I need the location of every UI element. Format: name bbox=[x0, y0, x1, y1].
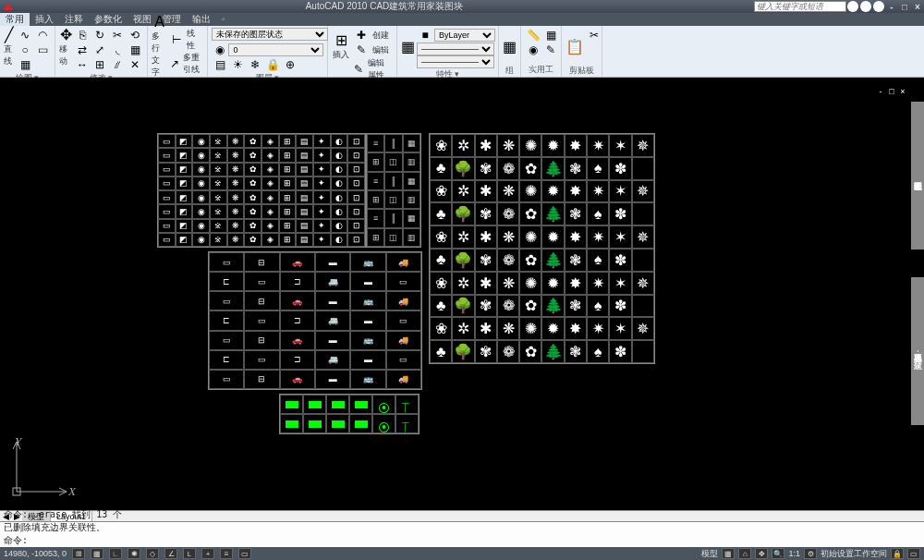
block-cell[interactable]: ⟙ bbox=[395, 414, 419, 433]
block-cell[interactable]: ♣ bbox=[430, 249, 452, 272]
snap-button[interactable]: ⊞ bbox=[72, 548, 85, 559]
block-cell[interactable]: ⊟ bbox=[244, 331, 279, 350]
block-cell[interactable]: ◉ bbox=[192, 190, 210, 204]
block-cell[interactable]: ✿ bbox=[519, 157, 541, 180]
doc-minimize-button[interactable]: - bbox=[876, 87, 885, 96]
block-cell[interactable]: ⊞ bbox=[367, 228, 384, 247]
color-select[interactable]: ByLayer bbox=[434, 29, 495, 42]
block-cell[interactable]: ♠ bbox=[587, 249, 609, 272]
block-cell[interactable]: ❋ bbox=[227, 134, 245, 148]
block-cell[interactable]: ◐ bbox=[331, 190, 348, 204]
block-cell[interactable]: ⊞ bbox=[279, 219, 297, 233]
block-cell[interactable]: 🌲 bbox=[541, 202, 564, 225]
block-cell[interactable]: ✦ bbox=[313, 190, 331, 204]
doc-maximize-button[interactable]: □ bbox=[887, 87, 896, 96]
block-cell[interactable]: ✵ bbox=[632, 180, 654, 203]
block-cell[interactable]: ▤ bbox=[296, 148, 313, 162]
block-cell[interactable]: ✶ bbox=[609, 134, 631, 157]
block-cell[interactable]: ✿ bbox=[244, 177, 261, 190]
block-cell[interactable]: ✿ bbox=[519, 249, 541, 272]
dim-linear-icon[interactable]: ⊢ bbox=[169, 32, 184, 47]
block-cell[interactable]: ✸ bbox=[565, 317, 587, 340]
block-cell[interactable]: ❋ bbox=[497, 134, 519, 157]
block-cell[interactable]: ◐ bbox=[331, 204, 348, 218]
block-cell[interactable]: 🌳 bbox=[452, 249, 474, 272]
block-cell[interactable]: ※ bbox=[210, 204, 227, 218]
block-cell[interactable]: ❋ bbox=[227, 219, 245, 233]
block-cell[interactable]: ※ bbox=[210, 148, 227, 162]
block-cell[interactable]: ✺ bbox=[519, 317, 541, 340]
block-cell[interactable]: ▭ bbox=[386, 272, 421, 291]
block-cell[interactable]: ✷ bbox=[587, 272, 609, 295]
block-cell[interactable]: ⊡ bbox=[347, 219, 365, 233]
block-cell[interactable]: ✵ bbox=[632, 272, 654, 295]
copy-icon[interactable]: ⎘ bbox=[74, 28, 91, 43]
layer-select[interactable]: 0 bbox=[228, 43, 323, 56]
block-cell[interactable]: ❁ bbox=[497, 295, 519, 318]
block-cell[interactable]: ⊏ bbox=[209, 310, 244, 330]
block-cell[interactable]: ❁ bbox=[497, 249, 519, 272]
block-cell[interactable]: ▭ bbox=[158, 148, 176, 162]
block-cell[interactable]: ◈ bbox=[261, 134, 279, 148]
block-cell[interactable]: ♠ bbox=[587, 157, 609, 180]
sheet-set-panel[interactable]: 图纸集管理器 bbox=[911, 102, 924, 250]
block-cell[interactable]: ▭ bbox=[158, 163, 176, 177]
block-cell[interactable]: ✦ bbox=[313, 148, 331, 162]
block-cell[interactable]: ◩ bbox=[176, 134, 193, 148]
text-button[interactable]: A多行 文字 bbox=[152, 28, 167, 65]
block-cell[interactable]: ◩ bbox=[176, 163, 193, 177]
block-cell[interactable]: ⊡ bbox=[347, 204, 365, 218]
line-button[interactable]: ╱直线 bbox=[4, 28, 15, 65]
block-cell[interactable]: ✿ bbox=[244, 134, 261, 148]
mirror-icon[interactable]: ⇄ bbox=[74, 43, 91, 57]
block-cell[interactable]: ✦ bbox=[313, 163, 331, 177]
block-edit-icon[interactable]: ✎ bbox=[353, 43, 370, 57]
panel-util[interactable]: 实用工具 ▾ bbox=[525, 64, 557, 75]
block-cell[interactable]: 🚌 bbox=[350, 370, 385, 389]
block-cell[interactable]: ◩ bbox=[176, 177, 193, 190]
block-cell[interactable]: ✿ bbox=[244, 219, 261, 233]
block-cell[interactable]: ▭ bbox=[209, 370, 244, 389]
block-cell[interactable]: 🚚 bbox=[386, 252, 421, 272]
block-cell[interactable]: ◈ bbox=[261, 177, 279, 190]
block-cell[interactable]: ⟙ bbox=[395, 395, 419, 414]
tab-parametric[interactable]: 参数化 bbox=[89, 13, 128, 26]
block-cell[interactable]: ◐ bbox=[331, 233, 348, 247]
scale-icon[interactable]: ⤢ bbox=[91, 43, 108, 57]
block-cell[interactable]: ✹ bbox=[541, 317, 564, 340]
block-cell[interactable]: ✽ bbox=[609, 340, 631, 363]
block-cell[interactable]: ✶ bbox=[609, 180, 631, 203]
block-cell[interactable]: ✱ bbox=[475, 225, 497, 249]
block-cell[interactable]: ✽ bbox=[609, 249, 631, 272]
tab-insert[interactable]: 插入 bbox=[30, 13, 59, 26]
block-cell[interactable]: ◈ bbox=[261, 190, 279, 204]
block-cell[interactable]: ❁ bbox=[497, 157, 519, 180]
block-cell[interactable]: ✱ bbox=[475, 317, 497, 340]
block-cell[interactable]: ❋ bbox=[227, 233, 245, 247]
block-cell[interactable]: ▭ bbox=[158, 219, 176, 233]
block-cell[interactable]: ✺ bbox=[519, 134, 541, 157]
block-cell[interactable]: ▭ bbox=[158, 204, 176, 218]
block-cell[interactable] bbox=[349, 395, 372, 414]
block-cell[interactable]: ❋ bbox=[497, 272, 519, 295]
block-cell[interactable]: ⊡ bbox=[347, 134, 365, 148]
polar-button[interactable]: ✺ bbox=[128, 548, 140, 559]
block-cell[interactable]: ◐ bbox=[331, 219, 348, 233]
block-cell[interactable]: ❋ bbox=[497, 317, 519, 340]
block-cell[interactable]: ✿ bbox=[519, 295, 541, 318]
block-cell[interactable]: ❃ bbox=[565, 340, 587, 363]
block-cell[interactable]: ◫ bbox=[384, 152, 402, 171]
block-cell[interactable]: ✿ bbox=[519, 202, 541, 225]
block-cell[interactable]: ▥ bbox=[403, 190, 420, 209]
block-cell[interactable]: ⊞ bbox=[367, 190, 384, 209]
block-cell[interactable]: ▬ bbox=[350, 310, 385, 330]
block-cell[interactable]: ⊞ bbox=[279, 233, 297, 247]
block-cell[interactable]: ⊞ bbox=[279, 148, 297, 162]
block-cell[interactable]: ❋ bbox=[227, 177, 245, 190]
doc-close-button[interactable]: × bbox=[898, 87, 907, 96]
block-cell[interactable]: ▬ bbox=[315, 331, 350, 350]
block-cell[interactable]: ⊡ bbox=[347, 163, 365, 177]
block-cell[interactable]: ▬ bbox=[315, 252, 350, 272]
lwt-button[interactable]: ≡ bbox=[220, 548, 233, 559]
block-cell[interactable]: 🚌 bbox=[350, 331, 385, 350]
